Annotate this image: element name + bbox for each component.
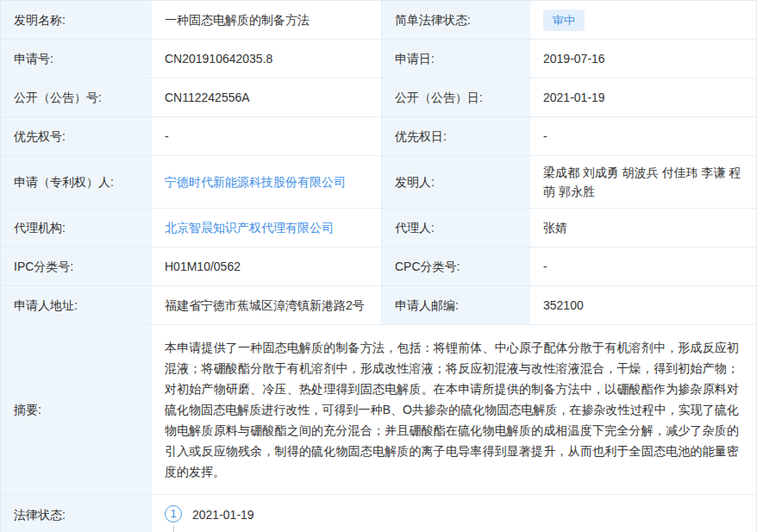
legal-status-timeline-cell: 1 2021-01-19 公开 xyxy=(153,495,756,532)
publication-number-label: 公开（公告）号: xyxy=(1,78,153,116)
application-number-label: 申请号: xyxy=(1,40,153,78)
row-application: 申请号: CN201910642035.8 申请日: 2019-07-16 xyxy=(1,40,756,78)
applicant-address-value: 福建省宁德市蕉城区漳湾镇新港路2号 xyxy=(153,286,381,324)
agent-value: 张婧 xyxy=(532,209,756,247)
applicant-value-cell: 宁德时代新能源科技股份有限公司 xyxy=(153,156,381,208)
applicant-label: 申请（专利权）人: xyxy=(1,156,153,208)
timeline-entry: 2021-01-19 公开 xyxy=(192,505,254,532)
priority-number-value: - xyxy=(153,117,381,155)
legal-status-label: 法律状态: xyxy=(1,495,153,532)
inventors-value: 梁成都 刘成勇 胡波兵 付佳玮 李谦 程萌 郭永胜 xyxy=(532,156,756,208)
legal-status-badge[interactable]: 审中 xyxy=(543,9,585,31)
timeline-step-icon: 1 xyxy=(165,505,182,523)
abstract-value-cell: 本申请提供了一种固态电解质的制备方法，包括：将锂前体、中心原子配体分散于有机溶剂… xyxy=(153,325,756,494)
timeline-date: 2021-01-19 xyxy=(192,506,254,523)
agency-link[interactable]: 北京智晨知识产权代理有限公司 xyxy=(165,218,334,237)
cpc-class-label: CPC分类号: xyxy=(381,247,532,285)
priority-number-label: 优先权号: xyxy=(1,117,153,155)
agent-label: 代理人: xyxy=(381,209,532,247)
row-priority: 优先权号: - 优先权日: - xyxy=(1,117,756,156)
ipc-class-label: IPC分类号: xyxy=(1,247,153,285)
row-agency-agent: 代理机构: 北京智晨知识产权代理有限公司 代理人: 张婧 xyxy=(1,209,756,247)
row-classification: IPC分类号: H01M10/0562 CPC分类号: - xyxy=(1,247,756,286)
applicant-postcode-label: 申请人邮编: xyxy=(381,286,532,324)
row-legal-status: 法律状态: 1 2021-01-19 公开 xyxy=(1,495,756,532)
applicant-address-label: 申请人地址: xyxy=(1,286,153,324)
application-date-value: 2019-07-16 xyxy=(532,40,756,78)
cpc-class-value: - xyxy=(532,247,756,285)
application-date-label: 申请日: xyxy=(381,40,532,78)
applicant-link[interactable]: 宁德时代新能源科技股份有限公司 xyxy=(165,172,346,191)
publication-number-value: CN112242556A xyxy=(153,78,381,116)
invention-name-value: 一种固态电解质的制备方法 xyxy=(153,1,381,39)
legal-timeline-item: 1 2021-01-19 公开 xyxy=(165,505,254,532)
row-invention-name: 发明名称: 一种固态电解质的制备方法 简单法律状态: 审中 xyxy=(1,1,756,40)
publication-date-label: 公开（公告）日: xyxy=(381,78,532,116)
inventors-label: 发明人: xyxy=(381,156,532,208)
row-address-postcode: 申请人地址: 福建省宁德市蕉城区漳湾镇新港路2号 申请人邮编: 352100 xyxy=(1,286,756,325)
row-applicant-inventors: 申请（专利权）人: 宁德时代新能源科技股份有限公司 发明人: 梁成都 刘成勇 胡… xyxy=(1,156,756,209)
priority-date-label: 优先权日: xyxy=(381,117,532,155)
agency-label: 代理机构: xyxy=(1,209,153,247)
ipc-class-value: H01M10/0562 xyxy=(153,247,381,285)
application-number-value: CN201910642035.8 xyxy=(153,40,381,78)
agency-value-cell: 北京智晨知识产权代理有限公司 xyxy=(153,209,381,247)
simple-legal-status-label: 简单法律状态: xyxy=(381,1,532,39)
priority-date-value: - xyxy=(532,117,756,155)
simple-legal-status-cell: 审中 xyxy=(532,1,756,39)
timeline-rail: 1 xyxy=(165,505,182,532)
invention-name-label: 发明名称: xyxy=(1,1,153,39)
abstract-label: 摘要: xyxy=(1,325,153,494)
timeline-connector-line xyxy=(173,526,174,532)
publication-date-value: 2021-01-19 xyxy=(532,78,756,116)
applicant-postcode-value: 352100 xyxy=(532,286,756,324)
abstract-text: 本申请提供了一种固态电解质的制备方法，包括：将锂前体、中心原子配体分散于有机溶剂… xyxy=(165,332,746,487)
patent-detail-table: 发明名称: 一种固态电解质的制备方法 简单法律状态: 审中 申请号: CN201… xyxy=(0,0,757,532)
row-publication: 公开（公告）号: CN112242556A 公开（公告）日: 2021-01-1… xyxy=(1,78,756,117)
row-abstract: 摘要: 本申请提供了一种固态电解质的制备方法，包括：将锂前体、中心原子配体分散于… xyxy=(1,325,756,495)
